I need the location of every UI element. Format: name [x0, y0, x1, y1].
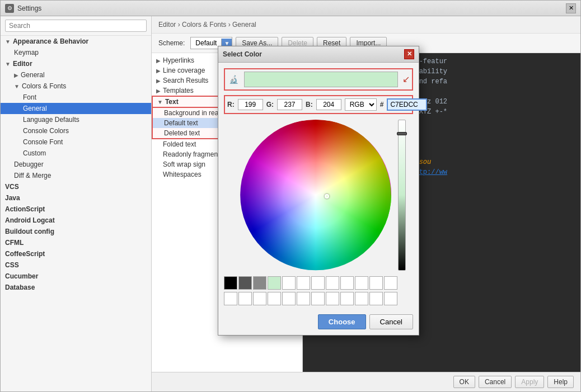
rgb-input-row: R: G: B: RGB HSB # [224, 95, 413, 114]
b-input[interactable] [316, 99, 341, 110]
swatch-white-4[interactable] [326, 276, 339, 290]
swatch-white-2[interactable] [297, 276, 310, 290]
swatch-gray[interactable] [253, 276, 266, 290]
dialog-title-bar: Select Color ✕ [218, 46, 419, 63]
hex-input[interactable] [387, 98, 427, 111]
r-label: R: [227, 101, 235, 108]
swatch-dark-gray[interactable] [238, 276, 252, 290]
dialog-body: 🔬 ↙ R: G: B: RGB HSB # [218, 63, 419, 311]
color-mode-select[interactable]: RGB HSB [345, 98, 377, 111]
swatch-white-6[interactable] [355, 276, 368, 290]
swatch-b-4[interactable] [268, 292, 281, 305]
brightness-handle [397, 132, 407, 135]
color-wheel-container[interactable] [237, 120, 400, 271]
swatch-white-3[interactable] [311, 276, 325, 290]
color-preview-row: 🔬 ↙ [224, 68, 413, 91]
swatch-b-12[interactable] [384, 292, 397, 305]
swatch-white-5[interactable] [340, 276, 354, 290]
r-input[interactable] [238, 99, 263, 110]
settings-window: ⚙ Settings ✕ ▼ Appearance & Behavior Key… [0, 0, 581, 392]
eyedropper-button[interactable]: 🔬 [227, 73, 240, 86]
brightness-slider[interactable] [398, 120, 406, 271]
swatch-white-7[interactable] [369, 276, 383, 290]
hash-label: # [380, 101, 384, 108]
swatches-top-row [224, 276, 413, 290]
choose-button[interactable]: Choose [318, 314, 366, 329]
swatch-b-9[interactable] [340, 292, 354, 305]
color-arrow-indicator: ↙ [402, 74, 410, 84]
color-wheel-area [235, 120, 402, 271]
g-label: G: [266, 101, 274, 108]
swatch-b-3[interactable] [253, 292, 266, 305]
swatch-white-8[interactable] [384, 276, 397, 290]
color-cursor [325, 194, 329, 199]
swatch-light-green[interactable] [268, 276, 281, 290]
b-label: B: [306, 101, 313, 108]
swatch-white-1[interactable] [282, 276, 296, 290]
dialog-cancel-button[interactable]: Cancel [369, 314, 413, 329]
g-input[interactable] [277, 99, 302, 110]
swatch-b-8[interactable] [326, 292, 339, 305]
swatch-b-11[interactable] [369, 292, 383, 305]
swatch-b-2[interactable] [238, 292, 252, 305]
swatch-b-7[interactable] [311, 292, 325, 305]
color-preview-box [244, 72, 398, 87]
dialog-overlay: Select Color ✕ 🔬 ↙ R: G: B: [1, 1, 580, 391]
select-color-dialog: Select Color ✕ 🔬 ↙ R: G: B: [218, 46, 419, 336]
dialog-buttons: Choose Cancel [218, 311, 419, 335]
swatch-b-6[interactable] [297, 292, 310, 305]
dialog-title-text: Select Color [223, 50, 262, 58]
dialog-close-button[interactable]: ✕ [404, 49, 414, 59]
swatch-b-10[interactable] [355, 292, 368, 305]
swatches-bottom-row [224, 292, 413, 305]
swatch-b-5[interactable] [282, 292, 296, 305]
swatch-black[interactable] [224, 276, 237, 290]
swatch-b-1[interactable] [224, 292, 237, 305]
